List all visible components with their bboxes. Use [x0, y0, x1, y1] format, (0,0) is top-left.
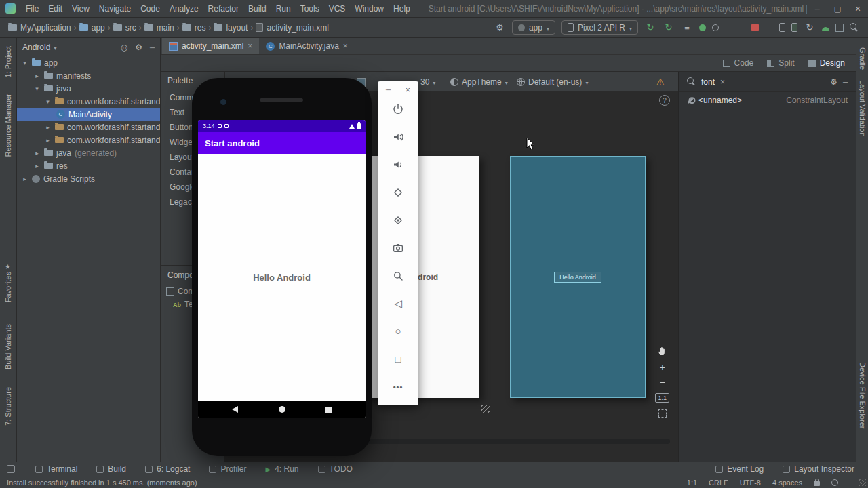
menu-code[interactable]: Code	[136, 4, 165, 14]
tree-item-mainactivity[interactable]: MainActivity	[17, 108, 160, 121]
mode-split[interactable]: Split	[767, 58, 794, 68]
blueprint-preview[interactable]: Hello Android	[510, 156, 646, 398]
run-configuration-select[interactable]: app	[512, 20, 555, 35]
maximize-icon[interactable]	[827, 4, 848, 14]
project-view-select[interactable]: Android	[22, 43, 50, 52]
warning-icon[interactable]	[656, 72, 665, 92]
device-select[interactable]: Pixel 2 API R	[561, 20, 638, 35]
select-opened-file-icon[interactable]	[121, 43, 127, 52]
run-configurations-list-icon[interactable]	[681, 22, 693, 33]
locale-select[interactable]: Default (en-us)	[517, 72, 588, 92]
breadcrumb-myapplication[interactable]: MyApplication	[8, 23, 71, 33]
zoom-level-button[interactable]: 1:1	[655, 393, 669, 403]
home-icon[interactable]: ○	[378, 317, 418, 345]
expand-arrow-icon[interactable]	[33, 85, 41, 92]
zoom-to-fit-icon[interactable]	[658, 409, 667, 418]
rotate-right-icon[interactable]	[378, 206, 418, 234]
back-icon[interactable]: ◁	[378, 289, 418, 317]
toolwindow-profiler[interactable]: Profiler	[209, 464, 246, 474]
breadcrumb-res[interactable]: res	[182, 23, 206, 33]
indent-setting[interactable]: 4 spaces	[772, 479, 802, 487]
tree-item-java[interactable]: java	[17, 82, 160, 95]
tree-item-gradle-scripts[interactable]: Gradle Scripts	[17, 172, 160, 185]
breadcrumb-layout[interactable]: layout	[214, 23, 248, 33]
theme-select[interactable]: AppTheme	[450, 72, 508, 92]
tab-activity-main-xml[interactable]: activity_main.xml	[162, 38, 259, 54]
help-icon[interactable]: ?	[659, 95, 670, 106]
tree-item-package-androidtest[interactable]: com.workforashif.startandroid(androidTes…	[17, 121, 160, 134]
stop-icon[interactable]	[751, 24, 759, 31]
zoom-out-icon[interactable]: −	[660, 378, 665, 386]
toolstrip-device-file-explorer[interactable]: Device File Explorer	[859, 362, 867, 428]
minimize-icon[interactable]	[807, 4, 827, 14]
hide-panel-icon[interactable]	[150, 43, 155, 52]
zoom-icon[interactable]	[378, 262, 418, 289]
menu-help[interactable]: Help	[389, 4, 415, 14]
tree-item-package-test[interactable]: com.workforashif.startandroid(test)	[17, 134, 160, 146]
nav-back-icon[interactable]	[232, 406, 238, 413]
menu-analyze[interactable]: Analyze	[165, 4, 203, 14]
breadcrumb-activity-main-xml[interactable]: activity_main.xml	[256, 23, 328, 33]
nav-recents-icon[interactable]	[326, 407, 332, 413]
menu-navigate[interactable]: Navigate	[94, 4, 136, 14]
apply-code-changes-icon[interactable]	[663, 22, 675, 33]
emulator-minimize-icon[interactable]	[386, 85, 391, 95]
menu-edit[interactable]: Edit	[43, 4, 67, 14]
tree-item-manifests[interactable]: manifests	[17, 69, 160, 82]
menu-tools[interactable]: Tools	[296, 4, 324, 14]
toolstrip-layout-validation[interactable]: Layout Validation	[859, 80, 867, 137]
menu-window[interactable]: Window	[350, 4, 389, 14]
toolwindow-build[interactable]: Build	[96, 464, 126, 474]
zoom-in-icon[interactable]: +	[660, 363, 665, 371]
volume-up-icon[interactable]	[378, 123, 418, 150]
overview-icon[interactable]: □	[378, 345, 418, 373]
search-input[interactable]: font	[701, 77, 715, 87]
resize-grip[interactable]	[859, 479, 866, 486]
power-icon[interactable]	[378, 95, 418, 123]
toolstrip-favorites[interactable]: Favorites	[4, 272, 12, 302]
menu-view[interactable]: View	[67, 4, 94, 14]
expand-arrow-icon[interactable]	[44, 124, 52, 131]
wrench-icon[interactable]	[494, 22, 506, 33]
toolstrip-gradle[interactable]: Gradle	[859, 47, 867, 70]
inspections-indicator-icon[interactable]	[831, 479, 838, 486]
sdk-manager-icon[interactable]	[822, 27, 829, 31]
toolwindow-event-log[interactable]: Event Log	[715, 464, 764, 474]
toolwindow-switcher-icon[interactable]	[7, 465, 15, 473]
caret-position[interactable]: 1:1	[687, 479, 697, 487]
menu-run[interactable]: Run	[271, 4, 296, 14]
tree-item-package[interactable]: com.workforashif.startandroid	[17, 95, 160, 108]
close-tab-icon[interactable]	[248, 41, 252, 51]
menu-file[interactable]: File	[21, 4, 43, 14]
screenshot-icon[interactable]	[378, 234, 418, 262]
mode-design[interactable]: Design	[808, 58, 845, 68]
tree-item-res[interactable]: res	[17, 159, 160, 172]
mode-code[interactable]: Code	[723, 58, 754, 68]
toolwindow-layout-inspector[interactable]: Layout Inspector	[783, 464, 854, 474]
breadcrumb-src[interactable]: src	[113, 23, 136, 33]
resize-handle[interactable]	[481, 405, 490, 413]
tree-item-java-generated[interactable]: java(generated)	[17, 146, 160, 159]
line-ending[interactable]: CRLF	[709, 479, 728, 487]
toolwindow-todo[interactable]: TODO	[318, 464, 353, 474]
nav-home-icon[interactable]	[279, 406, 285, 413]
toolwindow-run[interactable]: 4: Run	[265, 464, 298, 474]
tree-item-app[interactable]: app	[17, 56, 160, 69]
device-file-explorer-icon[interactable]	[779, 23, 785, 32]
gear-icon[interactable]	[830, 77, 837, 87]
api-level-select[interactable]: 30	[420, 72, 435, 92]
hide-panel-icon[interactable]	[843, 77, 848, 87]
phone-screen[interactable]: 3:14 Start android Hello Android	[198, 120, 366, 418]
blueprint-textview[interactable]: Hello Android	[554, 272, 601, 283]
close-tab-icon[interactable]	[343, 41, 348, 51]
menu-build[interactable]: Build	[243, 4, 271, 14]
toolstrip-build-variants[interactable]: Build Variants	[4, 324, 12, 369]
search-everywhere-icon[interactable]	[850, 23, 859, 32]
menu-vcs[interactable]: VCS	[324, 4, 351, 14]
apply-changes-icon[interactable]	[644, 22, 656, 33]
selected-component-row[interactable]: <unnamed> ConstraintLayout	[679, 92, 856, 108]
toolstrip-structure[interactable]: 7: Structure	[4, 387, 12, 426]
close-icon[interactable]	[848, 3, 868, 14]
expand-arrow-icon[interactable]	[44, 137, 52, 144]
expand-arrow-icon[interactable]	[33, 150, 41, 157]
